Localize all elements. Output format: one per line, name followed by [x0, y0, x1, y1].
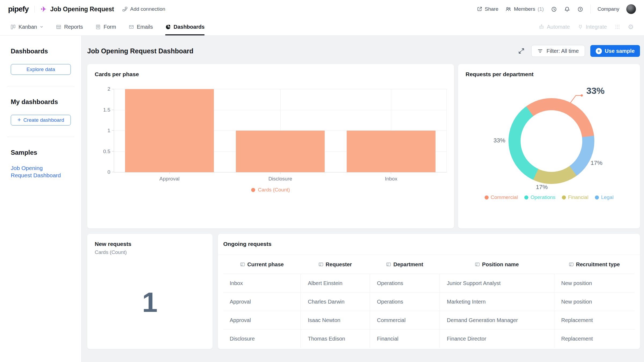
nav-right: Automate Integrate ⚙ — [539, 18, 634, 35]
cell-department: Financial — [370, 330, 440, 348]
legend-item-cards-count[interactable]: Cards (Count) — [95, 187, 447, 193]
tab-dashboards[interactable]: Dashboards — [165, 18, 205, 35]
apps-grid-icon[interactable] — [614, 24, 620, 30]
column-header-recruitment-type[interactable]: Recruitment type — [554, 255, 635, 274]
use-sample-button[interactable]: + Use sample — [590, 45, 640, 57]
legend-label: Operations — [530, 194, 555, 200]
bar-inbox — [347, 131, 435, 172]
axis-tick — [391, 172, 391, 174]
column-header-position-name[interactable]: Position name — [440, 255, 554, 274]
share-icon — [477, 6, 482, 12]
pipe-navbar: Kanban Reports Form — [0, 18, 644, 36]
help-button[interactable]: ? — [577, 6, 583, 12]
legend-label: Commercial — [491, 194, 518, 200]
column-header-department[interactable]: Department — [370, 255, 440, 274]
table-header-row: Current phase Requester Department — [223, 255, 635, 274]
chevron-down-icon — [40, 25, 43, 29]
members-label: Members — [514, 6, 535, 12]
filter-icon — [537, 49, 543, 53]
legend-item-legal[interactable]: Legal — [595, 194, 614, 200]
field-icon — [319, 262, 323, 267]
use-sample-label: Use sample — [605, 48, 635, 54]
donut-hole — [521, 110, 582, 172]
page-title: Job Opening Request Dashboard — [87, 47, 193, 55]
y-axis-label: 0.5 — [103, 149, 110, 154]
dashboard-controls: Filter: All time + Use sample — [518, 45, 640, 57]
create-dashboard-button[interactable]: + Create dashboard — [11, 115, 71, 125]
percent-label-financial: 17% — [536, 184, 548, 191]
requests-table: Current phase Requester Department — [223, 255, 635, 348]
help-icon: ? — [577, 6, 583, 12]
members-count: (1) — [537, 6, 544, 12]
members-button[interactable]: Members (1) — [505, 6, 544, 12]
connection-icon — [122, 6, 128, 12]
dashboards-sidebar: Dashboards Explore data My dashboards + … — [0, 36, 82, 362]
metric-value: 1 — [142, 286, 158, 318]
divider — [590, 5, 591, 14]
tab-reports[interactable]: Reports — [56, 18, 83, 35]
reports-icon — [56, 24, 61, 30]
table-row[interactable]: Approval Charles Darwin Operations Marke… — [223, 292, 635, 311]
divider — [7, 137, 74, 137]
automate-button[interactable]: Automate — [539, 24, 570, 30]
legend-item-operations[interactable]: Operations — [524, 194, 555, 200]
tab-form[interactable]: Form — [95, 18, 116, 35]
notifications-button[interactable] — [564, 6, 570, 12]
expand-icon[interactable] — [518, 47, 525, 54]
bar-disclosure — [236, 131, 324, 172]
card-subtitle: Cards (Count) — [95, 249, 205, 255]
tab-label: Kanban — [19, 24, 37, 30]
cell-department: Operations — [370, 293, 440, 311]
requests-per-department-card: Requests per department 33% 33% 17% 17% — [458, 64, 640, 228]
integrate-label: Integrate — [586, 24, 607, 30]
legend-item-financial[interactable]: Financial — [562, 194, 588, 200]
cell-current-phase: Inbox — [223, 274, 301, 292]
ongoing-requests-card: Ongoing requests Current phase Requester — [218, 234, 640, 349]
axis-tick — [112, 89, 114, 89]
cards-grid: Cards per phase — [82, 64, 644, 349]
tab-kanban[interactable]: Kanban — [10, 18, 43, 35]
axis-tick — [112, 172, 114, 172]
explore-data-button[interactable]: Explore data — [11, 64, 71, 75]
card-title: Ongoing requests — [218, 241, 640, 247]
table-row[interactable]: Approval Isaac Newton Commercial Demand … — [223, 311, 635, 329]
cell-current-phase: Approval — [223, 311, 301, 329]
table-row[interactable]: Inbox Albert Einstein Operations Junior … — [223, 274, 635, 292]
filter-button[interactable]: Filter: All time — [531, 45, 585, 57]
company-label: Company — [598, 6, 619, 12]
axis-tick — [112, 130, 114, 131]
divider — [7, 86, 74, 86]
pipe-title: Job Opening Request — [50, 6, 114, 13]
callout-percent: 33% — [586, 86, 605, 96]
bar-chart-plot: 2 1.5 1 0.5 0 Approval Disclosure Inbox — [114, 89, 447, 172]
topbar-right: Share Members (1) — [477, 4, 636, 14]
y-axis-label: 1 — [107, 128, 110, 134]
cell-requester: Charles Darwin — [301, 293, 370, 311]
legend-dot — [485, 195, 489, 200]
sidebar-item-sample-dashboard[interactable]: Job Opening Request Dashboard — [11, 164, 64, 179]
cards-per-phase-card: Cards per phase — [87, 64, 454, 228]
history-button[interactable] — [551, 6, 557, 12]
kanban-icon — [10, 24, 16, 30]
legend-item-commercial[interactable]: Commercial — [485, 194, 518, 200]
pipefy-logo[interactable]: pipefy — [8, 5, 28, 13]
integrate-button[interactable]: Integrate — [577, 24, 607, 30]
add-connection-button[interactable]: Add connection — [122, 6, 165, 12]
cell-department: Operations — [370, 274, 440, 292]
table-row[interactable]: Disclosure Thomas Edison Financial Finan… — [223, 329, 635, 348]
column-header-requester[interactable]: Requester — [301, 255, 370, 274]
pie-chart-icon — [165, 24, 171, 30]
user-avatar[interactable] — [626, 4, 636, 14]
gear-icon[interactable]: ⚙ — [628, 24, 634, 30]
divider — [34, 6, 35, 13]
chart-title: Requests per department — [466, 71, 632, 77]
pipe-airplane-icon: ✈ — [41, 6, 46, 13]
share-button[interactable]: Share — [477, 6, 499, 12]
tab-emails[interactable]: Emails — [129, 18, 153, 35]
axis-tick — [112, 110, 114, 110]
form-icon — [95, 24, 101, 30]
column-header-current-phase[interactable]: Current phase — [223, 255, 301, 274]
members-icon — [505, 6, 511, 12]
legend-label: Legal — [601, 194, 614, 200]
column-label: Current phase — [247, 261, 284, 268]
